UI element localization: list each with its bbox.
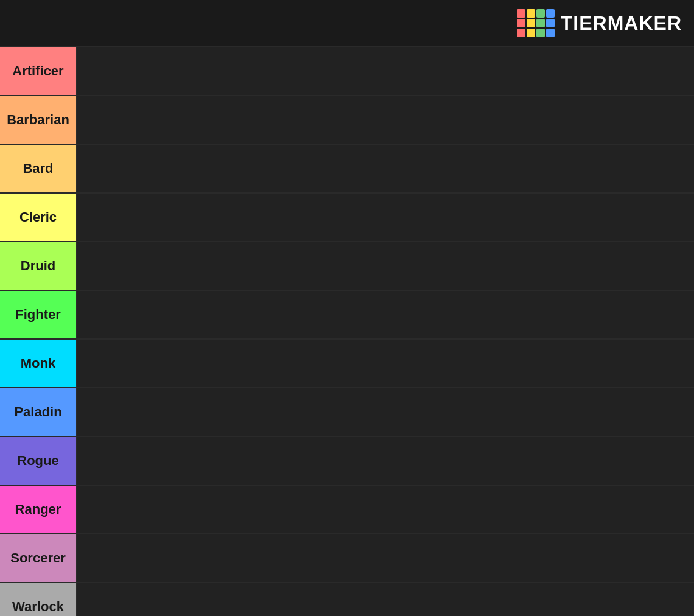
tier-row-barbarian: Barbarian <box>0 96 694 145</box>
tier-content-monk[interactable] <box>76 340 694 387</box>
tier-row-ranger: Ranger <box>0 486 694 534</box>
tier-label-artificer: Artificer <box>0 47 76 95</box>
tier-content-warlock[interactable] <box>76 583 694 616</box>
tier-row-warlock: Warlock <box>0 583 694 616</box>
tier-content-cleric[interactable] <box>76 194 694 241</box>
tier-content-ranger[interactable] <box>76 486 694 533</box>
tier-label-paladin: Paladin <box>0 388 76 436</box>
tier-content-rogue[interactable] <box>76 437 694 485</box>
header-row: TiERMAKER <box>0 0 694 47</box>
tier-label-monk: Monk <box>0 340 76 387</box>
logo-cell <box>527 9 535 18</box>
tier-content-druid[interactable] <box>76 242 694 290</box>
tier-content-barbarian[interactable] <box>76 96 694 144</box>
logo-cell <box>536 19 545 27</box>
tier-content-paladin[interactable] <box>76 388 694 436</box>
logo-cell <box>536 29 545 37</box>
logo-cell <box>527 19 535 27</box>
tier-row-druid: Druid <box>0 242 694 291</box>
tier-row-rogue: Rogue <box>0 437 694 486</box>
tier-label-bard: Bard <box>0 145 76 192</box>
tier-label-barbarian: Barbarian <box>0 96 76 144</box>
tier-row-cleric: Cleric <box>0 194 694 242</box>
logo-grid <box>517 9 555 37</box>
logo-cell <box>517 9 525 18</box>
tier-label-druid: Druid <box>0 242 76 290</box>
logo-cell <box>546 29 555 37</box>
tier-row-artificer: Artificer <box>0 47 694 96</box>
tier-content-sorcerer[interactable] <box>76 534 694 582</box>
logo-cell <box>536 9 545 18</box>
logo-cell <box>527 29 535 37</box>
tier-table: TiERMAKER ArtificerBarbarianBardClericDr… <box>0 0 694 616</box>
tier-row-paladin: Paladin <box>0 388 694 437</box>
tier-row-fighter: Fighter <box>0 291 694 340</box>
logo-cell <box>517 19 525 27</box>
tier-row-sorcerer: Sorcerer <box>0 534 694 583</box>
tier-label-rogue: Rogue <box>0 437 76 485</box>
logo-cell <box>546 9 555 18</box>
tier-label-cleric: Cleric <box>0 194 76 241</box>
tier-row-monk: Monk <box>0 340 694 388</box>
logo-text: TiERMAKER <box>561 12 682 35</box>
tier-row-bard: Bard <box>0 145 694 194</box>
tier-label-fighter: Fighter <box>0 291 76 338</box>
tier-content-fighter[interactable] <box>76 291 694 338</box>
tier-rows-container: ArtificerBarbarianBardClericDruidFighter… <box>0 47 694 616</box>
logo-cell <box>546 19 555 27</box>
tier-content-artificer[interactable] <box>76 47 694 95</box>
tier-label-ranger: Ranger <box>0 486 76 533</box>
tier-content-bard[interactable] <box>76 145 694 192</box>
logo-container: TiERMAKER <box>517 9 682 37</box>
logo-cell <box>517 29 525 37</box>
tier-label-warlock: Warlock <box>0 583 76 616</box>
tier-label-sorcerer: Sorcerer <box>0 534 76 582</box>
